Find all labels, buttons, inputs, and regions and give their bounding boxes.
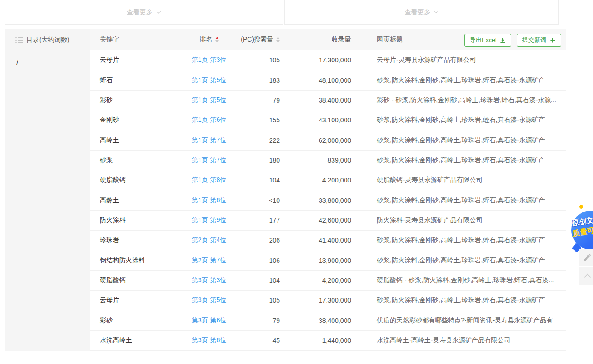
submit-new-keyword-label: 提交新词 — [522, 36, 546, 44]
keyword-cell: 砂浆 — [90, 156, 182, 164]
keyword-cell: 彩砂 — [90, 96, 182, 104]
table-row: 云母片 第3页 第5位 105 17,300,000 砂浆,防火涂料,金刚砂,高… — [90, 291, 566, 310]
index-count-cell: 17,300,000 — [294, 297, 358, 304]
page-title-cell: 砂浆,防火涂料,金刚砂,高岭土,珍珠岩,蛭石,真石漆-永源矿产 — [358, 156, 566, 164]
search-volume-cell: 79 — [236, 317, 294, 324]
table-row: 蛭石 第1页 第5位 183 48,100,000 砂浆,防火涂料,金刚砂,高岭… — [90, 70, 566, 90]
rank-link[interactable]: 第2页 第4位 — [192, 236, 226, 243]
keyword-cell: 金刚砂 — [90, 116, 182, 124]
index-count-cell: 17,300,000 — [294, 56, 358, 64]
export-excel-button[interactable]: 导出Excel — [464, 34, 511, 47]
rank-link[interactable]: 第2页 第7位 — [192, 256, 226, 264]
page-title-cell: 砂浆,防火涂料,金刚砂,高岭土,珍珠岩,蛭石,真石漆-永源矿产 — [358, 296, 566, 304]
view-more-left-button[interactable]: 查看更多 — [127, 8, 161, 17]
view-more-left-label: 查看更多 — [127, 8, 153, 17]
search-volume-cell: 105 — [236, 297, 294, 304]
search-volume-cell: 177 — [236, 217, 294, 224]
table-row: 硬脂酸钙 第1页 第8位 104 4,200,000 硬脂酸钙-灵寿县永源矿产品… — [90, 170, 566, 190]
index-count-cell: 62,000,000 — [294, 137, 358, 144]
index-count-cell: 41,400,000 — [294, 237, 358, 244]
column-header-rank: 排名 — [182, 36, 236, 44]
view-more-right-button[interactable]: 查看更多 — [405, 8, 439, 17]
rank-link[interactable]: 第1页 第5位 — [192, 96, 226, 103]
table-row: 砂浆 第1页 第7位 180 839,000 砂浆,防火涂料,金刚砂,高岭土,珍… — [90, 151, 566, 170]
rank-link[interactable]: 第1页 第6位 — [192, 116, 226, 123]
rank-link[interactable]: 第1页 第9位 — [192, 216, 226, 224]
submit-new-keyword-button[interactable]: 提交新词 — [517, 34, 561, 47]
top-panel-right: 查看更多 — [284, 0, 559, 25]
search-volume-cell: 45 — [236, 337, 294, 344]
chevron-down-icon — [434, 10, 439, 15]
keyword-cell: 水洗高岭土 — [90, 336, 182, 345]
page-title-cell: 硬脂酸钙-灵寿县永源矿产品有限公司 — [358, 176, 566, 184]
column-header-search-volume: (PC)搜索量 — [236, 36, 294, 44]
search-volume-cell: 105 — [236, 56, 294, 64]
page-title-cell: 防火涂料-灵寿县永源矿产品有限公司 — [358, 216, 566, 224]
search-volume-sort-control[interactable] — [276, 37, 280, 42]
search-volume-cell: 206 — [236, 237, 294, 244]
table-row: 珍珠岩 第2页 第4位 206 41,400,000 砂浆,防火涂料,金刚砂,高… — [90, 231, 566, 250]
promo-badge[interactable]: 原创文 质量可 — [571, 205, 593, 253]
page-title-cell: 砂浆,防火涂料,金刚砂,高岭土,珍珠岩,蛭石,真石漆-永源矿产 — [358, 136, 566, 145]
keyword-rank-panel: 目录(大约词数) / 关键字 排名 (PC)搜索量 收录量 网页标题 — [5, 29, 559, 351]
page-title-cell: 彩砂 - 砂浆,防火涂料,金刚砂,高岭土,珍珠岩,蛭石,真石漆-永源... — [358, 96, 566, 104]
search-volume-cell: 222 — [236, 137, 294, 144]
table-row: 高岭土 第1页 第7位 222 62,000,000 砂浆,防火涂料,金刚砂,高… — [90, 130, 566, 150]
download-icon — [500, 37, 506, 43]
page-title-cell: 砂浆,防火涂料,金刚砂,高岭土,珍珠岩,蛭石,真石漆-永源矿产 — [358, 116, 566, 124]
table-row: 彩砂 第1页 第5位 79 38,400,000 彩砂 - 砂浆,防火涂料,金刚… — [90, 91, 566, 110]
promo-badge-dot-icon — [579, 205, 583, 209]
back-to-top-button[interactable] — [579, 267, 593, 285]
top-panels: 查看更多 查看更多 — [5, 0, 559, 25]
keyword-cell: 高岭土 — [90, 136, 182, 145]
table-row: 云母片 第1页 第3位 105 17,300,000 云母片-灵寿县永源矿产品有… — [90, 50, 566, 70]
keyword-table: 关键字 排名 (PC)搜索量 收录量 网页标题 导出Excel — [90, 29, 566, 351]
rank-link[interactable]: 第3页 第8位 — [192, 336, 226, 344]
page-title-cell: 砂浆,防火涂料,金刚砂,高岭土,珍珠岩,蛭石,真石漆-永源矿产 — [358, 236, 566, 244]
keyword-cell: 钢结构防火涂料 — [90, 256, 182, 265]
view-more-right-label: 查看更多 — [405, 8, 430, 17]
index-count-cell: 839,000 — [294, 157, 358, 164]
page-title-cell: 砂浆,防火涂料,金刚砂,高岭土,珍珠岩,蛭石,真石漆-永源矿产 — [358, 196, 566, 205]
page: { "top_panels": { "left": { "more_label"… — [0, 0, 593, 364]
index-count-cell: 4,200,000 — [294, 277, 358, 284]
rank-link[interactable]: 第1页 第8位 — [192, 196, 226, 204]
plus-icon — [550, 37, 556, 43]
keyword-cell: 云母片 — [90, 296, 182, 304]
rank-link[interactable]: 第1页 第8位 — [192, 176, 226, 183]
pencil-icon — [583, 253, 592, 262]
edit-button[interactable] — [579, 249, 593, 266]
export-excel-label: 导出Excel — [470, 36, 496, 44]
rank-link[interactable]: 第1页 第5位 — [192, 76, 226, 84]
rank-link[interactable]: 第1页 第7位 — [192, 156, 226, 164]
index-count-cell: 43,100,000 — [294, 116, 358, 124]
keyword-cell: 硬脂酸钙 — [90, 276, 182, 285]
search-volume-cell: 155 — [236, 116, 294, 124]
rank-sort-control[interactable] — [215, 37, 219, 42]
table-row: 水洗高岭土 第3页 第8位 45 1,440,000 水洗高岭土-高岭土-灵寿县… — [90, 331, 566, 351]
rank-link[interactable]: 第1页 第3位 — [192, 56, 226, 63]
table-row: 防火涂料 第1页 第9位 177 42,600,000 防火涂料-灵寿县永源矿产… — [90, 211, 566, 231]
search-volume-cell: 79 — [236, 97, 294, 104]
table-row: 高龄土 第1页 第8位 <10 33,800,000 砂浆,防火涂料,金刚砂,高… — [90, 190, 566, 210]
keyword-cell: 云母片 — [90, 56, 182, 64]
page-title-cell: 优质的天然彩砂都有哪些特点?-新闻资讯-灵寿县永源矿产品有... — [358, 316, 566, 325]
rank-link[interactable]: 第3页 第5位 — [192, 296, 226, 303]
table-row: 金刚砂 第1页 第6位 155 43,100,000 砂浆,防火涂料,金刚砂,高… — [90, 110, 566, 130]
index-count-cell: 13,900,000 — [294, 257, 358, 264]
rank-link[interactable]: 第3页 第6位 — [192, 316, 226, 324]
index-count-cell: 1,440,000 — [294, 337, 358, 344]
directory-header-label: 目录(大约词数) — [26, 36, 69, 44]
search-volume-cell: 104 — [236, 277, 294, 284]
sidebar-item-root[interactable]: / — [5, 51, 90, 67]
rank-link[interactable]: 第3页 第3位 — [192, 276, 226, 284]
search-volume-cell: 106 — [236, 257, 294, 264]
index-count-cell: 4,200,000 — [294, 176, 358, 184]
index-count-cell: 38,400,000 — [294, 317, 358, 324]
page-title-cell: 砂浆,防火涂料,金刚砂,高岭土,珍珠岩,蛭石,真石漆-永源矿产 — [358, 256, 566, 265]
rank-link[interactable]: 第1页 第7位 — [192, 136, 226, 144]
search-volume-cell: 183 — [236, 77, 294, 84]
keyword-cell: 蛭石 — [90, 76, 182, 85]
search-volume-cell: 104 — [236, 176, 294, 184]
keyword-cell: 防火涂料 — [90, 216, 182, 224]
